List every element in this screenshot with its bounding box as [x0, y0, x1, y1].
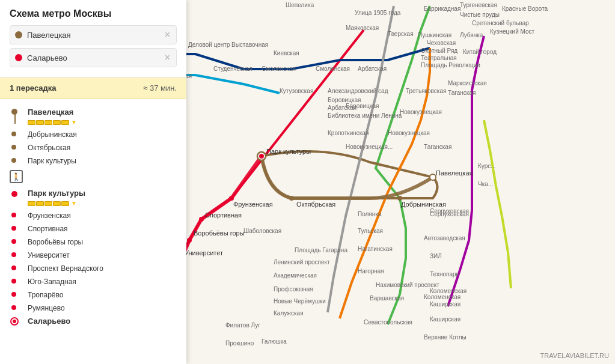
svg-text:Кузнецкий Мост: Кузнецкий Мост [490, 28, 535, 35]
to-station-row[interactable]: Саларьево × [10, 48, 177, 67]
park-kultury-brown-label: Парк культуры [28, 157, 76, 165]
svg-text:Академическая: Академическая [274, 272, 317, 279]
svg-text:Третьяковская: Третьяковская [406, 88, 446, 94]
svg-text:Тульская: Тульская [358, 228, 383, 234]
svg-text:Арбатская: Арбатская [358, 65, 387, 72]
sidebar: Схема метро Москвы Павелецкая × Саларьев… [0, 0, 186, 364]
svg-text:Театральная: Театральная [421, 55, 457, 61]
svg-text:Таганская: Таганская [448, 89, 476, 96]
route-stop-frunzenskaya: Фрунзенская [0, 208, 186, 222]
svg-text:Площадь Гагарина: Площадь Гагарина [295, 247, 347, 253]
svg-text:Чка...: Чка... [478, 181, 493, 187]
route-stop-prospekt-vernadskogo: Проспект Вернадского [0, 261, 186, 275]
from-station-row[interactable]: Павелецкая × [10, 25, 177, 44]
svg-text:Автозаводская: Автозаводская [424, 235, 465, 241]
svg-text:Площадь Революции: Площадь Революции [421, 62, 480, 68]
paveletskaya-label: Павелецкая [28, 108, 73, 117]
svg-text:Университет: Университет [185, 249, 223, 256]
svg-text:Баррикадная: Баррикадная [424, 5, 460, 12]
svg-text:Варшавская: Варшавская [370, 295, 404, 302]
svg-text:Таганская: Таганская [424, 144, 451, 150]
svg-text:Октябрьская: Октябрьская [296, 201, 335, 208]
route-list: Павелецкая ▼ Добрынинская Октябрьская Па… [0, 99, 186, 364]
route-info-bar: 1 пересадка ≈ 37 мин. [0, 77, 186, 99]
svg-text:Воробьёвы горы: Воробьёвы горы [194, 229, 245, 237]
svg-point-3 [289, 196, 294, 201]
svg-text:Боровицкая: Боровицкая [346, 103, 379, 109]
park-kultury-red-label: Парк культуры [28, 189, 85, 198]
svg-text:Шепелиха: Шепелиха [286, 2, 314, 8]
svg-text:Нагатинская: Нагатинская [358, 246, 393, 252]
svg-point-5 [259, 154, 264, 159]
svg-point-7 [199, 217, 204, 222]
svg-text:Сретенский бульвар: Сретенский бульвар [472, 20, 529, 26]
svg-text:Александровский сад: Александровский сад [328, 88, 388, 94]
svg-text:Выставочная: Выставочная [231, 41, 268, 48]
svg-text:Профсоюзная: Профсоюзная [274, 286, 313, 293]
svg-text:Спортивная: Спортивная [205, 211, 242, 219]
to-station-dot [15, 54, 22, 61]
svg-text:Киевская: Киевская [274, 50, 299, 56]
svg-text:Красные Ворота: Красные Ворота [502, 5, 548, 12]
svg-text:Студенческая: Студенческая [213, 65, 252, 72]
from-station-dot [15, 31, 22, 38]
svg-text:Чистые пруды: Чистые пруды [460, 11, 500, 18]
svg-text:Каширская: Каширская [430, 301, 460, 308]
watermark: TRAVELAVIABILET.RU [540, 352, 609, 359]
route-stop-universitet: Университет [0, 248, 186, 261]
to-station-text: Саларьево [27, 53, 164, 62]
svg-text:Маяковская: Маяковская [346, 25, 379, 31]
svg-text:Филатов Луг: Филатов Луг [225, 322, 260, 329]
route-stop-dobrininskaya: Добрынинская [0, 127, 186, 141]
route-end-salaryevo: Саларьево [0, 314, 186, 329]
svg-text:Новокузнецкая: Новокузнецкая [400, 109, 442, 115]
svg-text:Нагорная: Нагорная [358, 268, 384, 275]
svg-text:Библиотека имени Ленина: Библиотека имени Ленина [328, 112, 402, 119]
transfers-count: 1 пересадка [10, 83, 57, 93]
svg-text:Кропоткинская: Кропоткинская [328, 130, 369, 136]
clear-to-button[interactable]: × [164, 52, 171, 63]
svg-text:Марксистская: Марксистская [448, 80, 487, 86]
svg-text:Смоленская: Смоленская [262, 65, 296, 72]
svg-text:Деловой центр: Деловой центр [188, 41, 230, 48]
svg-text:Пушкинская: Пушкинская [418, 32, 451, 38]
svg-text:Павелецкая: Павелецкая [436, 169, 473, 177]
svg-text:Тургеневская: Тургеневская [460, 2, 497, 8]
svg-text:Китай-город: Китай-город [463, 49, 497, 55]
svg-text:Охотный Ряд: Охотный Ряд [421, 47, 457, 54]
route-stop-sportivnaya: Спортивная [0, 222, 186, 235]
sidebar-title: Схема метро Москвы [10, 8, 177, 19]
svg-text:Новые Черёмушки: Новые Черёмушки [274, 298, 326, 305]
svg-text:Севастопольская: Севастопольская [364, 319, 412, 326]
svg-text:Смоленская: Смоленская [316, 65, 350, 72]
svg-text:Прокшино: Прокшино [225, 340, 254, 347]
svg-text:Полянка: Полянка [358, 211, 382, 217]
travel-time: ≈ 37 мин. [143, 83, 177, 93]
svg-text:Добрынинская: Добрынинская [401, 201, 446, 208]
clear-from-button[interactable]: × [164, 29, 171, 40]
svg-text:Курс...: Курс... [478, 163, 496, 169]
train-icon-red: ▼ [0, 198, 186, 208]
svg-text:Технопарк: Технопарк [430, 271, 459, 278]
route-start-paveletskaya: Павелецкая [0, 104, 186, 117]
route-stop-park-kultury-brown: Парк культуры [0, 154, 186, 167]
oktyabrskaya-label: Октябрьская [28, 144, 70, 152]
svg-text:Калужская: Калужская [274, 310, 304, 317]
svg-point-6 [229, 196, 234, 201]
svg-point-8 [187, 238, 192, 243]
svg-text:Чеховская: Чеховская [427, 40, 456, 46]
svg-text:Лубянка: Лубянка [460, 32, 483, 38]
svg-text:Новокузнецкая: Новокузнецкая [388, 130, 430, 136]
svg-text:Тверская: Тверская [388, 31, 414, 37]
svg-text:Фрунзенская: Фрунзенская [233, 201, 273, 208]
from-station-text: Павелецкая [27, 31, 164, 40]
route-stop-yugo-zapadnaya: Юго-Западная [0, 275, 186, 288]
route-stop-rumyantsevo: Румянцево [0, 301, 186, 314]
svg-text:Каширская: Каширская [430, 316, 460, 323]
svg-text:Ленинский проспект: Ленинский проспект [274, 259, 330, 265]
route-stop-troparevo: Тропарёво [0, 288, 186, 301]
route-stop-park-kultury-red: Парк культуры [0, 186, 186, 198]
svg-text:Галюшка: Галюшка [262, 338, 287, 345]
svg-text:Коломенская: Коломенская [424, 294, 460, 300]
dobrininskaya-label: Добрынинская [28, 130, 77, 139]
